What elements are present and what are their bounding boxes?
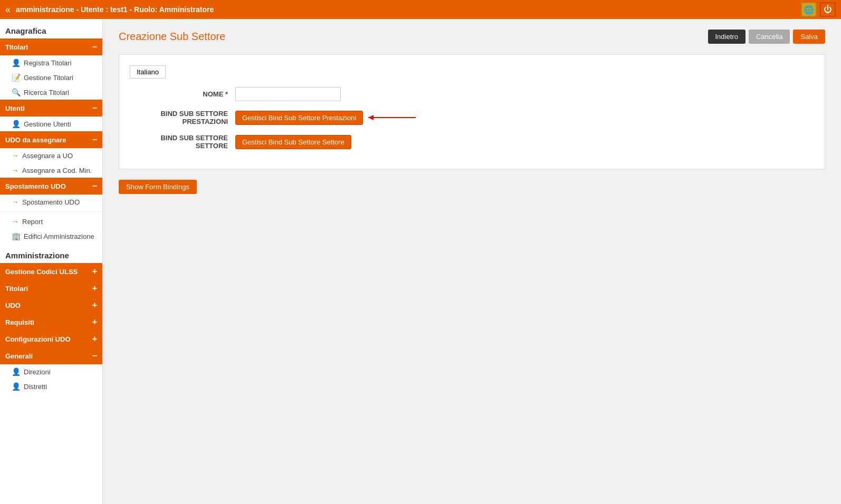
sidebar-item-assegnare-cod-min[interactable]: → Assegnare a Cod. Min. [0,163,102,178]
sidebar-group-generali[interactable]: Generali − [0,347,102,364]
sidebar-item-edifici-amministrazione[interactable]: 🏢 Edifici Amministrazione [0,229,102,244]
search-icon: 🔍 [12,88,21,96]
sidebar-group-configurazioni-udo[interactable]: Configurazioni UDO + [0,331,102,347]
sidebar-group-udo-assegnare-label: UDO da assegnare [5,136,66,144]
sidebar-item-label: Distretti [24,383,47,391]
annotation-arrow-icon [363,112,426,123]
sidebar-item-gestione-utenti[interactable]: 👤 Gestione Utenti [0,117,102,131]
topbar-back-arrow[interactable]: « [5,4,11,15]
sidebar-group-titolari-admin[interactable]: Titolari + [0,280,102,297]
nome-row: NOME * [130,87,814,101]
salva-button[interactable]: Salva [793,30,825,44]
bind-settore-row: BIND SUB SETTORE SETTORE Gestisci Bind S… [130,134,814,150]
sidebar-item-label: Registra Titolari [24,59,71,67]
sidebar-group-udo-admin[interactable]: UDO + [0,297,102,314]
power-icon-button[interactable]: ⏻ [820,2,836,17]
sidebar-item-direzioni[interactable]: 👤 Direzioni [0,364,102,379]
sidebar-group-toggle: + [92,267,97,276]
topbar: « amministrazione - Utente : test1 - Ruo… [0,0,841,19]
arrow-icon: → [12,217,19,226]
gestisci-bind-prestazioni-button[interactable]: Gestisci Bind Sub Settore Prestazioni [235,111,363,125]
user-icon: 👤 [12,367,21,376]
topbar-title: amministrazione - Utente : test1 - Ruolo… [16,5,801,14]
form-card: Italiano NOME * BIND SUB SETTORE PRESTAZ… [119,54,825,169]
page-header: Creazione Sub Settore Indietro Cancella … [119,30,825,44]
sidebar-group-toggle: − [92,351,97,361]
sidebar-group-toggle: + [92,301,97,310]
sidebar-group-spostamento-udo[interactable]: Spostamento UDO − [0,178,102,195]
edit-icon: 📝 [12,73,21,82]
page-actions: Indietro Cancella Salva [708,30,826,44]
italiano-tab[interactable]: Italiano [130,65,166,79]
sidebar-group-label: Requisiti [5,318,34,326]
red-arrow-annotation [363,112,426,123]
arrow-icon: → [12,151,19,160]
sidebar-group-toggle: + [92,284,97,293]
sidebar-group-toggle: + [92,334,97,344]
sidebar-item-label: Ricerca Titolari [24,89,69,96]
sidebar-group-titolari-label: Titolari [5,43,28,51]
sidebar-item-distretti[interactable]: 👤 Distretti [0,379,102,394]
bind-prestazioni-label: BIND SUB SETTORE PRESTAZIONI [130,110,235,125]
sidebar-item-label: Direzioni [24,368,51,376]
sidebar-item-label: Spostamento UDO [22,198,80,206]
arrow-icon: → [12,166,19,175]
anagrafica-section-title: Anagrafica [0,19,102,38]
cancella-button[interactable]: Cancella [749,30,790,44]
sidebar-item-spostamento-udo[interactable]: → Spostamento UDO [0,195,102,209]
bottom-actions: Show Form Bindings [119,180,825,194]
sidebar-group-toggle: + [92,317,97,327]
sidebar-item-label: Assegnare a Cod. Min. [22,167,92,175]
amministrazione-section-title: Amministrazione [0,244,102,263]
indietro-button[interactable]: Indietro [708,30,746,44]
sidebar-item-report[interactable]: → Report [0,214,102,229]
sidebar-group-gestione-codici-ulss[interactable]: Gestione Codici ULSS + [0,263,102,280]
sidebar-item-label: Edifici Amministrazione [24,232,94,240]
user-icon: 👤 [12,59,21,67]
topbar-icons: 🌐 ⏻ [801,2,836,17]
arrow-icon: → [12,198,19,206]
sidebar-group-label: Titolari [5,285,28,293]
sidebar: Anagrafica Titolari − 👤 Registra Titolar… [0,19,103,504]
bind-settore-label: BIND SUB SETTORE SETTORE [130,134,235,150]
sidebar-group-udo-assegnare-toggle: − [92,135,97,144]
user-icon: 👤 [12,120,21,128]
show-form-bindings-button[interactable]: Show Form Bindings [119,180,197,194]
sidebar-item-ricerca-titolari[interactable]: 🔍 Ricerca Titolari [0,85,102,100]
sidebar-group-spostamento-udo-label: Spostamento UDO [5,182,66,190]
sidebar-group-utenti[interactable]: Utenti − [0,100,102,117]
main-layout: Anagrafica Titolari − 👤 Registra Titolar… [0,19,841,504]
sidebar-item-label: Gestione Utenti [24,120,71,128]
sidebar-item-label: Report [22,218,43,226]
content-area: Creazione Sub Settore Indietro Cancella … [103,19,841,504]
sidebar-group-requisiti[interactable]: Requisiti + [0,314,102,331]
sidebar-group-label: Gestione Codici ULSS [5,268,78,276]
globe-icon-button[interactable]: 🌐 [801,2,817,17]
sidebar-item-registra-titolari[interactable]: 👤 Registra Titolari [0,55,102,70]
sidebar-group-utenti-toggle: − [92,103,97,113]
sidebar-group-label: Generali [5,352,33,360]
nome-input[interactable] [235,87,341,101]
building-icon: 🏢 [12,232,21,240]
sidebar-group-spostamento-udo-toggle: − [92,181,97,191]
sidebar-group-titolari-toggle: − [92,42,97,52]
bind-prestazioni-action: Gestisci Bind Sub Settore Prestazioni [235,111,426,125]
nome-label: NOME * [130,90,235,98]
sidebar-group-utenti-label: Utenti [5,104,25,112]
sidebar-item-assegnare-uo[interactable]: → Assegnare a UO [0,148,102,163]
svg-marker-1 [368,115,374,120]
sidebar-group-titolari[interactable]: Titolari − [0,38,102,55]
sidebar-item-label: Assegnare a UO [22,152,73,160]
page-title: Creazione Sub Settore [119,31,225,43]
gestisci-bind-settore-button[interactable]: Gestisci Bind Sub Settore Settore [235,135,351,149]
sidebar-item-gestione-titolari[interactable]: 📝 Gestione Titolari [0,70,102,85]
sidebar-group-udo-assegnare[interactable]: UDO da assegnare − [0,131,102,148]
sidebar-group-label: Configurazioni UDO [5,335,71,343]
sidebar-item-label: Gestione Titolari [24,74,73,82]
bind-prestazioni-row: BIND SUB SETTORE PRESTAZIONI Gestisci Bi… [130,110,814,125]
user-icon: 👤 [12,382,21,391]
sidebar-group-label: UDO [5,302,21,309]
